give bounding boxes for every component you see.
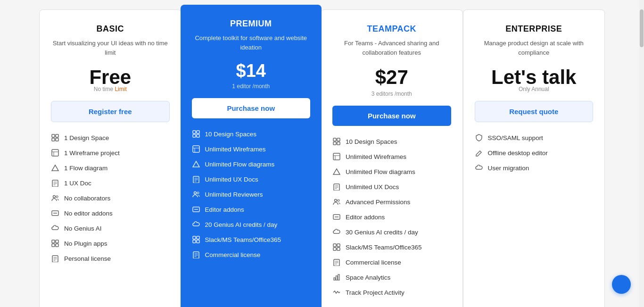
scrollbar-thumb[interactable] [640, 9, 644, 47]
plan-btn-enterprise[interactable]: Request quote [475, 101, 594, 122]
feature-item: 1 Design Space [51, 133, 170, 142]
feature-text: SSO/SAML support [488, 134, 543, 141]
plan-price-premium: $14 [236, 61, 266, 81]
feature-text: 1 UX Doc [64, 180, 91, 187]
feature-item: SSO/SAML support [475, 133, 594, 142]
feature-item: No collaborators [51, 194, 170, 202]
feature-text: Slack/MS Teams/Office365 [205, 236, 281, 243]
feature-icon [51, 224, 59, 232]
feature-text: User migration [488, 165, 529, 172]
feature-item: Editor addons [192, 205, 311, 214]
svg-marker-7 [52, 165, 58, 171]
plan-card-teampack: TEAMPACKFor Teams - Advanced sharing and… [321, 9, 463, 307]
feature-text: 10 Design Spaces [205, 131, 257, 138]
plan-btn-teampack[interactable]: Purchase now [332, 106, 451, 126]
feature-item: 30 Genius AI credits / day [332, 228, 451, 236]
plan-price-sub-teampack: 3 editors /month [372, 91, 412, 97]
svg-point-61 [338, 199, 339, 201]
feature-item: Editor addons [332, 213, 451, 221]
feature-item: Slack/MS Teams/Office365 [332, 243, 451, 251]
plan-price-enterprise: Let's talk [491, 66, 576, 89]
feature-text: 1 Wireframe project [64, 149, 120, 157]
feature-icon [332, 152, 341, 161]
feature-item: No Plugin apps [51, 239, 170, 248]
svg-rect-25 [197, 131, 199, 133]
feature-icon [332, 213, 341, 221]
feature-item: 20 Genius AI credits / day [192, 220, 311, 229]
feature-text: 1 Flow diagram [64, 165, 107, 172]
feature-item: 10 Design Spaces [332, 137, 451, 146]
feature-text: Editor addons [346, 214, 385, 221]
svg-rect-24 [193, 131, 196, 133]
feature-text: Offline desktop editor [488, 149, 548, 157]
svg-rect-4 [52, 149, 58, 156]
feature-icon [475, 133, 483, 142]
feature-icon [332, 273, 341, 282]
feature-icon [192, 175, 200, 183]
svg-rect-19 [56, 244, 58, 247]
plan-card-basic: BASICStart visualizing your UI ideas wit… [39, 9, 182, 307]
features-list-basic: 1 Design Space1 Wireframe project1 Flow … [51, 133, 170, 263]
svg-rect-74 [338, 274, 339, 280]
feature-icon [192, 160, 200, 168]
feature-icon [192, 205, 200, 214]
feature-icon [475, 149, 483, 157]
svg-rect-28 [193, 146, 199, 152]
feature-icon [332, 243, 341, 251]
plan-card-premium: PREMIUMComplete toolkit for software and… [181, 5, 322, 307]
svg-rect-51 [337, 142, 340, 145]
feature-icon [332, 198, 341, 206]
feature-text: Unlimited Wireframes [205, 146, 266, 153]
svg-point-36 [194, 192, 196, 194]
feature-text: Editor addons [205, 206, 244, 213]
features-list-teampack: 10 Design SpacesUnlimited WireframesUnli… [332, 137, 451, 297]
svg-rect-66 [333, 248, 336, 250]
plan-card-enterprise: ENTERPRISEManage product design at scale… [463, 9, 605, 307]
feature-item: Space Analytics [332, 273, 451, 282]
feature-icon [332, 288, 341, 297]
svg-rect-49 [337, 138, 340, 141]
feature-item: Personal license [51, 254, 170, 263]
feature-text: Unlimited Flow diagrams [346, 168, 415, 175]
feature-icon [51, 254, 59, 263]
plan-note-basic: No time Limit [94, 86, 127, 92]
svg-marker-31 [193, 161, 199, 167]
svg-rect-72 [334, 278, 335, 280]
feature-text: No editor addons [64, 210, 113, 217]
svg-rect-2 [52, 138, 55, 141]
feature-text: Advanced Permissions [346, 199, 410, 206]
feature-item: Unlimited Flow diagrams [332, 167, 451, 176]
feature-text: Commercial license [205, 251, 261, 258]
feature-item: Unlimited UX Docs [332, 183, 451, 191]
plan-price-basic: Free [89, 66, 131, 89]
feature-item: Unlimited Wireframes [332, 152, 451, 161]
feature-text: No collaborators [64, 195, 110, 202]
feature-item: Track Project Activity [332, 288, 451, 297]
feature-item: Offline desktop editor [475, 149, 594, 157]
feature-text: Track Project Activity [346, 289, 405, 296]
plan-desc-enterprise: Manage product design at scale with comp… [475, 39, 594, 58]
feature-icon [192, 145, 200, 153]
feature-icon [332, 258, 341, 266]
feature-item: Slack/MS Teams/Office365 [192, 235, 311, 244]
feature-text: No Genius AI [64, 225, 102, 232]
feature-icon [51, 179, 59, 187]
feature-item: Commercial license [332, 258, 451, 266]
feature-icon [332, 167, 341, 176]
plan-note-enterprise: Only Annual [519, 86, 549, 92]
feature-text: 10 Design Spaces [346, 138, 397, 145]
feature-icon [51, 149, 59, 157]
svg-rect-40 [193, 236, 196, 239]
help-button[interactable] [612, 275, 631, 294]
feature-text: Unlimited Flow diagrams [205, 161, 275, 168]
feature-item: 1 Flow diagram [51, 164, 170, 172]
feature-item: No Genius AI [51, 224, 170, 232]
feature-text: Slack/MS Teams/Office365 [346, 244, 422, 251]
svg-rect-65 [337, 244, 340, 247]
feature-text: Unlimited UX Docs [346, 183, 399, 191]
plan-btn-basic[interactable]: Register free [51, 101, 170, 122]
feature-icon [51, 239, 59, 248]
svg-rect-18 [52, 244, 55, 247]
plan-btn-premium[interactable]: Purchase now [192, 98, 311, 118]
feature-item: 1 UX Doc [51, 179, 170, 187]
